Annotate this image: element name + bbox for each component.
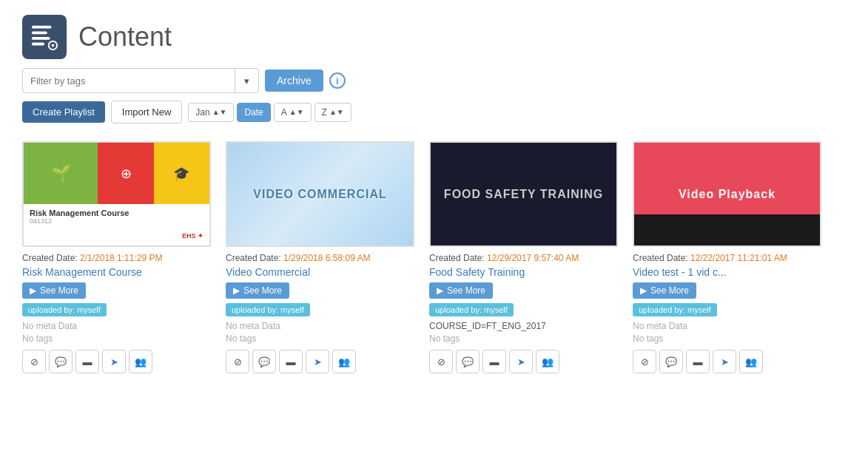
svg-rect-1: [32, 31, 47, 34]
meta-text-1: No meta Data: [22, 321, 211, 331]
tags-text-3: No tags: [429, 333, 618, 344]
action-circle-1[interactable]: ⊘: [22, 350, 46, 373]
see-more-button-3[interactable]: ▶ See More: [429, 282, 493, 299]
action-share-4[interactable]: ➤: [713, 350, 736, 373]
card-created-date-4: Created Date: 12/22/2017 11:21:01 AM: [633, 253, 821, 263]
sort-active-button[interactable]: Date: [237, 103, 270, 122]
main-page: Content ▾ Archive i Create Playlist Impo…: [0, 0, 868, 451]
see-more-icon-3: ▶: [437, 285, 443, 296]
sort-a-arrows: ▲▼: [289, 108, 304, 116]
action-users-3[interactable]: 👥: [536, 350, 559, 373]
filter-tags-chevron-icon[interactable]: ▾: [235, 69, 258, 92]
header-row: Content: [22, 15, 846, 59]
card-thumb-risk[interactable]: 🌱 ⊕ 🎓 Risk Management Course 041312: [22, 141, 211, 247]
uploaded-tag-1: uploaded by: myself: [22, 303, 107, 316]
uploaded-tag-3: uploaded by: myself: [429, 303, 514, 316]
see-more-button-2[interactable]: ▶ See More: [226, 282, 289, 299]
sort-active-label: Date: [244, 107, 263, 118]
content-grid: 🌱 ⊕ 🎓 Risk Management Course 041312: [22, 141, 846, 373]
svg-rect-0: [32, 26, 52, 29]
thumb-food-label: FOOD SAFETY TRAINING: [431, 143, 616, 245]
action-share-3[interactable]: ➤: [509, 350, 533, 373]
action-share-2[interactable]: ➤: [306, 350, 329, 373]
action-share-1[interactable]: ➤: [102, 350, 126, 373]
card-title-3[interactable]: Food Safety Training: [429, 266, 618, 278]
card-actions-4: ⊘ 💬 ▬ ➤ 👥: [633, 350, 821, 373]
card-date-value-4: 12/22/2017 11:21:01 AM: [690, 253, 787, 263]
sort-z-label: Z: [322, 107, 327, 118]
info-icon[interactable]: i: [329, 72, 346, 89]
card-date-value-1: 2/1/2018 1:11:29 PM: [80, 253, 162, 263]
action-minus-1[interactable]: ▬: [75, 350, 99, 373]
card-actions-2: ⊘ 💬 ▬ ➤ 👥: [226, 350, 414, 373]
action-bubble-4[interactable]: 💬: [659, 350, 683, 373]
action-users-1[interactable]: 👥: [129, 350, 152, 373]
action-users-2[interactable]: 👥: [332, 350, 356, 373]
archive-button[interactable]: Archive: [265, 69, 323, 92]
card-created-date-2: Created Date: 1/29/2018 6:58:09 AM: [226, 253, 414, 263]
sort-z-arrows: ▲▼: [329, 108, 344, 116]
sort-a-label: A: [281, 107, 287, 118]
thumb-green-section: 🌱: [24, 143, 98, 204]
uploaded-tag-2: uploaded by: myself: [226, 303, 310, 316]
action-bubble-3[interactable]: 💬: [456, 350, 480, 373]
logo-icon: [22, 15, 67, 59]
import-new-button[interactable]: Import New: [111, 101, 182, 123]
thumb-yellow-section: 🎓: [154, 143, 209, 204]
card-title-1[interactable]: Risk Management Course: [22, 266, 211, 278]
card-thumb-video[interactable]: VIDEO COMMERCIAL: [226, 141, 414, 247]
card-actions-3: ⊘ 💬 ▬ ➤ 👥: [429, 350, 618, 373]
sort-jan-label: Jan: [195, 107, 209, 118]
svg-rect-2: [32, 37, 50, 40]
see-more-icon-1: ▶: [30, 285, 36, 296]
thumb-playback-label: Video Playback: [634, 143, 820, 245]
card-thumb-food[interactable]: FOOD SAFETY TRAINING: [429, 141, 618, 247]
card-created-date-1: Created Date: 2/1/2018 1:11:29 PM: [22, 253, 211, 263]
see-more-label-1: See More: [40, 285, 78, 296]
action-minus-4[interactable]: ▬: [686, 350, 710, 373]
action-users-4[interactable]: 👥: [739, 350, 763, 373]
thumb-video-label: VIDEO COMMERCIAL: [227, 143, 413, 245]
card-date-value-2: 1/29/2018 6:58:09 AM: [283, 253, 370, 263]
action-bubble-1[interactable]: 💬: [49, 350, 73, 373]
card-date-value-3: 12/29/2017 9:57:40 AM: [487, 253, 579, 263]
card-risk-management: 🌱 ⊕ 🎓 Risk Management Course 041312: [22, 141, 211, 373]
action-minus-2[interactable]: ▬: [279, 350, 303, 373]
svg-rect-3: [32, 43, 44, 46]
action-circle-3[interactable]: ⊘: [429, 350, 453, 373]
sort-arrows: ▲▼: [212, 108, 227, 116]
filter-tags-input[interactable]: [23, 75, 235, 87]
page-title: Content: [78, 21, 172, 52]
see-more-label-2: See More: [243, 285, 282, 296]
thumb-risk-logo: EHS ✦: [24, 229, 209, 243]
see-more-button-4[interactable]: ▶ See More: [633, 282, 696, 299]
card-video-commercial: VIDEO COMMERCIAL Created Date: 1/29/2018…: [226, 141, 414, 373]
action-minus-3[interactable]: ▬: [482, 350, 506, 373]
meta-text-4: No meta Data: [633, 321, 821, 331]
sort-date-jan-button[interactable]: Jan ▲▼: [188, 103, 234, 122]
sort-a-button[interactable]: A ▲▼: [274, 103, 312, 122]
action-circle-2[interactable]: ⊘: [226, 350, 249, 373]
see-more-icon-4: ▶: [640, 285, 647, 296]
card-actions-1: ⊘ 💬 ▬ ➤ 👥: [22, 350, 211, 373]
thumb-red-section: ⊕: [98, 143, 153, 204]
tags-text-4: No tags: [633, 333, 821, 344]
card-title-4[interactable]: Video test - 1 vid c...: [633, 266, 821, 278]
filter-tags-wrapper[interactable]: ▾: [22, 68, 259, 93]
tags-text-2: No tags: [226, 333, 414, 344]
create-playlist-button[interactable]: Create Playlist: [22, 101, 105, 123]
card-food-safety: FOOD SAFETY TRAINING Created Date: 12/29…: [429, 141, 618, 373]
sort-z-button[interactable]: Z ▲▼: [314, 103, 351, 122]
uploaded-tag-4: uploaded by: myself: [633, 303, 717, 316]
action-circle-4[interactable]: ⊘: [633, 350, 656, 373]
see-more-button-1[interactable]: ▶ See More: [22, 282, 86, 299]
see-more-icon-2: ▶: [233, 285, 240, 296]
card-video-test: Video Playback Created Date: 12/22/2017 …: [633, 141, 821, 373]
thumb-risk-text: Risk Management Course 041312: [24, 204, 209, 229]
tags-text-1: No tags: [22, 333, 211, 344]
course-id-3: COURSE_ID=FT_ENG_2017: [429, 321, 618, 331]
card-title-2[interactable]: Video Commercial: [226, 266, 414, 278]
card-thumb-playback[interactable]: Video Playback: [633, 141, 821, 247]
action-bubble-2[interactable]: 💬: [252, 350, 276, 373]
buttons-row: Create Playlist Import New Jan ▲▼ Date A…: [22, 101, 846, 123]
